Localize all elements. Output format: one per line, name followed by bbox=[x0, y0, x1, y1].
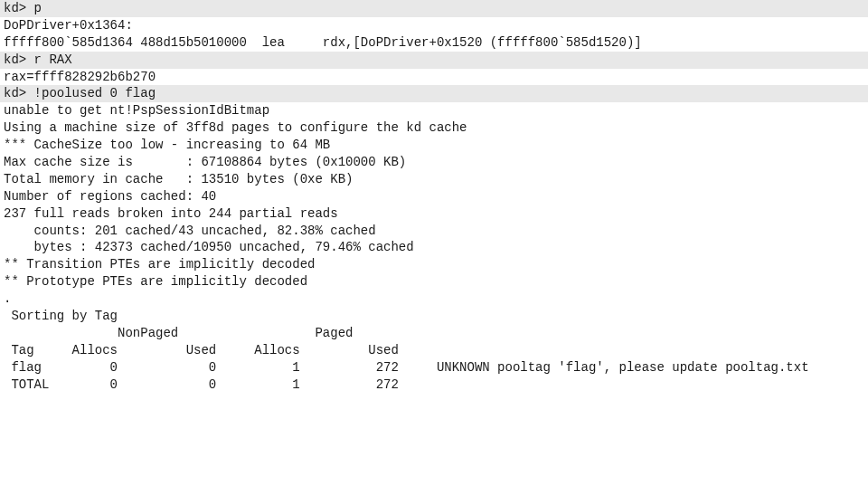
debugger-output-line: . bbox=[0, 291, 868, 308]
debugger-output-line: bytes : 42373 cached/10950 uncached, 79.… bbox=[0, 239, 868, 256]
pool-table-columns: Tag Allocs Used Allocs Used bbox=[0, 342, 868, 359]
debugger-output-line: ** Prototype PTEs are implicitly decoded bbox=[0, 273, 868, 291]
debugger-output-line: 237 full reads broken into 244 partial r… bbox=[0, 205, 868, 223]
pool-table-header: NonPaged Paged bbox=[0, 325, 868, 342]
debugger-output-line: Max cache size is : 67108864 bytes (0x10… bbox=[0, 154, 868, 171]
debugger-output-line: counts: 201 cached/43 uncached, 82.38% c… bbox=[0, 223, 868, 240]
debugger-output-line: fffff800`585d1364 488d15b5010000 lea rdx… bbox=[0, 34, 868, 52]
debugger-output-line: kd> p bbox=[0, 0, 868, 17]
debugger-output-line: Using a machine size of 3ff8d pages to c… bbox=[0, 119, 868, 137]
debugger-output-line: Sorting by Tag bbox=[0, 308, 868, 325]
debugger-output-line: rax=ffff828292b6b270 bbox=[0, 69, 868, 86]
debugger-output-line: kd> !poolused 0 flag bbox=[0, 85, 868, 102]
debugger-output-line: kd> r RAX bbox=[0, 52, 868, 69]
pool-table-total: TOTAL 0 0 1 272 bbox=[0, 376, 868, 394]
debugger-output-line: Number of regions cached: 40 bbox=[0, 188, 868, 205]
pool-table-row: flag 0 0 1 272 UNKNOWN pooltag 'flag', p… bbox=[0, 359, 868, 376]
debugger-output-line: unable to get nt!PspSessionIdBitmap bbox=[0, 102, 868, 119]
debugger-output-line: *** CacheSize too low - increasing to 64… bbox=[0, 137, 868, 154]
debugger-output-line: DoPDriver+0x1364: bbox=[0, 17, 868, 34]
debugger-output-line: ** Transition PTEs are implicitly decode… bbox=[0, 256, 868, 273]
debugger-output-line: Total memory in cache : 13510 bytes (0xe… bbox=[0, 171, 868, 188]
